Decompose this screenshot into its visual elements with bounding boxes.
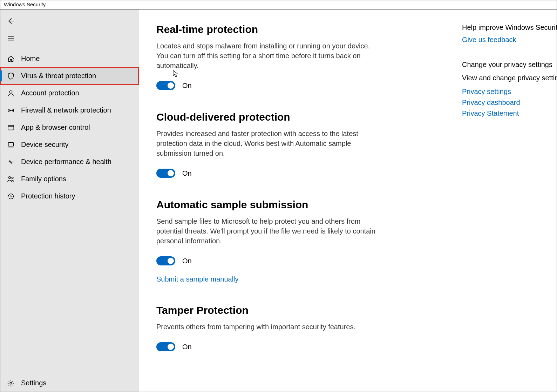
- section-title: Cloud-delivered protection: [156, 111, 377, 123]
- back-arrow-icon: [7, 17, 15, 25]
- sidebar-item-virus-threat[interactable]: Virus & threat protection: [0, 67, 139, 85]
- realtime-toggle[interactable]: [156, 81, 175, 90]
- sidebar-item-label: App & browser control: [21, 123, 90, 131]
- antenna-icon: [7, 107, 15, 114]
- person-icon: [7, 89, 15, 97]
- gear-icon: [7, 379, 15, 387]
- section-desc: Prevents others from tampering with impo…: [156, 322, 377, 332]
- tamper-toggle[interactable]: [156, 342, 175, 351]
- svg-point-5: [12, 177, 13, 179]
- svg-rect-2: [8, 125, 14, 130]
- sidebar-item-family[interactable]: Family options: [0, 170, 139, 188]
- window-title: Windows Security: [4, 1, 46, 7]
- section-desc: Locates and stops malware from installin…: [156, 41, 377, 70]
- sidebar-item-settings[interactable]: Settings: [0, 374, 139, 392]
- toggle-state-label: On: [182, 257, 192, 265]
- toggle-row: On: [156, 342, 377, 351]
- sidebar-item-app-browser[interactable]: App & browser control: [0, 119, 139, 136]
- help-improve-title: Help improve Windows Security: [462, 23, 557, 32]
- svg-point-0: [9, 90, 12, 93]
- section-tamper: Tamper Protection Prevents others from t…: [156, 304, 377, 351]
- main-content: Real-time protection Locates and stops m…: [139, 9, 458, 392]
- section-title: Automatic sample submission: [156, 199, 377, 211]
- sidebar-item-performance[interactable]: Device performance & health: [0, 153, 139, 170]
- laptop-icon: [7, 141, 15, 149]
- sidebar-item-history[interactable]: Protection history: [0, 188, 139, 205]
- give-feedback-link[interactable]: Give us feedback: [462, 36, 557, 44]
- sidebar-item-label: Home: [21, 55, 40, 63]
- family-icon: [7, 175, 15, 183]
- sidebar-item-label: Device performance & health: [21, 158, 111, 166]
- privacy-dashboard-link[interactable]: Privacy dashboard: [462, 99, 557, 107]
- section-title: Real-time protection: [156, 23, 377, 35]
- home-icon: [7, 55, 15, 63]
- sidebar-item-label: Protection history: [21, 192, 75, 200]
- sidebar-item-account[interactable]: Account protection: [0, 85, 139, 102]
- right-pane: Help improve Windows Security Give us fe…: [458, 9, 557, 392]
- app-body: Home Virus & threat protection Account p…: [0, 9, 557, 392]
- svg-point-1: [11, 110, 12, 111]
- shield-icon: [7, 72, 15, 80]
- toggle-state-label: On: [182, 343, 192, 351]
- privacy-settings-link[interactable]: Privacy settings: [462, 88, 557, 96]
- toggle-row: On: [156, 169, 377, 178]
- section-desc: Send sample files to Microsoft to help p…: [156, 216, 377, 246]
- privacy-desc: View and change privacy settings for you…: [462, 73, 557, 83]
- privacy-statement-link[interactable]: Privacy Statement: [462, 109, 557, 117]
- toggle-state-label: On: [182, 82, 192, 90]
- back-button[interactable]: [0, 12, 139, 29]
- svg-point-4: [9, 176, 11, 178]
- section-sample: Automatic sample submission Send sample …: [156, 199, 377, 283]
- privacy-group: Change your privacy settings View and ch…: [462, 61, 557, 117]
- window-title-bar: Windows Security: [0, 0, 557, 9]
- toggle-state-label: On: [182, 169, 192, 177]
- privacy-title: Change your privacy settings: [462, 61, 557, 69]
- section-title: Tamper Protection: [156, 304, 377, 316]
- sidebar-item-home[interactable]: Home: [0, 50, 139, 67]
- sidebar-item-firewall[interactable]: Firewall & network protection: [0, 102, 139, 119]
- sidebar-item-label: Firewall & network protection: [21, 106, 111, 114]
- sidebar-item-label: Family options: [21, 175, 66, 183]
- sidebar-item-label: Virus & threat protection: [21, 72, 96, 80]
- sidebar-item-device-security[interactable]: Device security: [0, 136, 139, 153]
- svg-rect-3: [8, 142, 14, 146]
- window-icon: [7, 124, 15, 131]
- sidebar-item-label: Device security: [21, 141, 69, 149]
- svg-point-6: [10, 382, 12, 384]
- sidebar-item-label: Account protection: [21, 89, 79, 97]
- submit-sample-link[interactable]: Submit a sample manually: [156, 275, 239, 283]
- toggle-row: On: [156, 81, 377, 90]
- sample-toggle[interactable]: [156, 256, 175, 265]
- toggle-row: On: [156, 256, 377, 265]
- section-desc: Provides increased and faster protection…: [156, 129, 377, 158]
- help-improve-group: Help improve Windows Security Give us fe…: [462, 23, 557, 44]
- hamburger-icon: [7, 34, 15, 42]
- heartbeat-icon: [7, 158, 15, 166]
- cloud-toggle[interactable]: [156, 169, 175, 178]
- menu-button[interactable]: [0, 29, 139, 47]
- history-icon: [7, 192, 15, 200]
- sidebar: Home Virus & threat protection Account p…: [0, 9, 139, 392]
- section-realtime: Real-time protection Locates and stops m…: [156, 23, 377, 90]
- sidebar-item-label: Settings: [21, 379, 46, 387]
- section-cloud: Cloud-delivered protection Provides incr…: [156, 111, 377, 178]
